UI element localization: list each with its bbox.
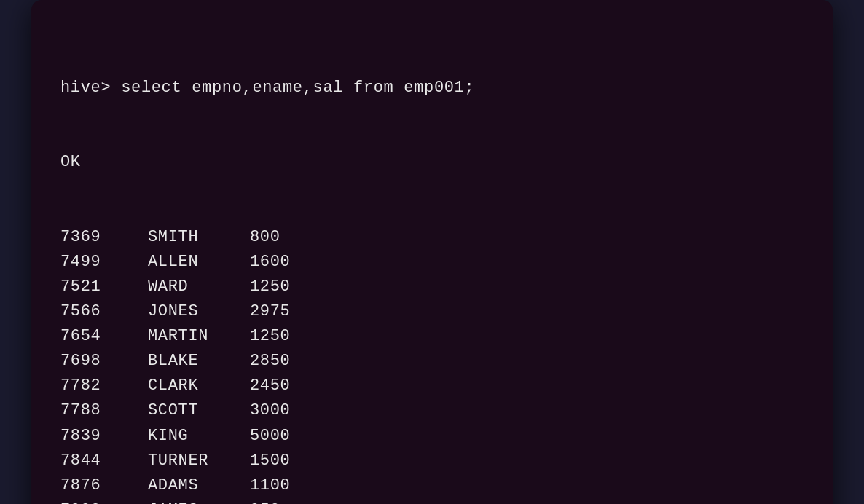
ename-cell: BLAKE xyxy=(148,349,250,374)
ename-cell: MARTIN xyxy=(148,324,250,349)
ename-cell: JAMES xyxy=(148,498,250,504)
ename-cell: TURNER xyxy=(148,449,250,473)
table-row: 7566JONES2975 xyxy=(60,299,804,324)
empno-cell: 7698 xyxy=(60,349,148,374)
ename-cell: SCOTT xyxy=(148,398,250,423)
ename-cell: KING xyxy=(148,424,250,449)
terminal-window: hive> select empno,ename,sal from emp001… xyxy=(31,0,833,504)
table-row: 7782CLARK2450 xyxy=(60,374,804,398)
sal-cell: 1250 xyxy=(250,275,290,299)
sal-cell: 2975 xyxy=(250,299,290,324)
table-row: 7788SCOTT3000 xyxy=(60,398,804,423)
empno-cell: 7844 xyxy=(60,449,148,473)
ename-cell: WARD xyxy=(148,275,250,299)
ok-line: OK xyxy=(60,150,804,175)
empno-cell: 7876 xyxy=(60,473,148,498)
table-row: 7499ALLEN1600 xyxy=(60,250,804,275)
empno-cell: 7900 xyxy=(60,498,148,504)
sal-cell: 5000 xyxy=(250,424,290,449)
sal-cell: 1100 xyxy=(250,473,290,498)
sal-cell: 1600 xyxy=(250,250,290,275)
empno-cell: 7499 xyxy=(60,250,148,275)
ename-cell: ADAMS xyxy=(148,473,250,498)
empno-cell: 7521 xyxy=(60,275,148,299)
command-line: hive> select empno,ename,sal from emp001… xyxy=(60,76,804,101)
table-row: 7839KING5000 xyxy=(60,424,804,449)
sal-cell: 3000 xyxy=(250,398,290,423)
table-row: 7844TURNER1500 xyxy=(60,449,804,473)
ename-cell: ALLEN xyxy=(148,250,250,275)
ename-cell: JONES xyxy=(148,299,250,324)
table-row: 7654MARTIN1250 xyxy=(60,324,804,349)
table-row: 7900JAMES950 xyxy=(60,498,804,504)
sal-cell: 950 xyxy=(250,498,280,504)
sal-cell: 1500 xyxy=(250,449,290,473)
empno-cell: 7839 xyxy=(60,424,148,449)
sal-cell: 2850 xyxy=(250,349,290,374)
empno-cell: 7782 xyxy=(60,374,148,398)
empno-cell: 7566 xyxy=(60,299,148,324)
table-row: 7876ADAMS1100 xyxy=(60,473,804,498)
empno-cell: 7369 xyxy=(60,225,148,250)
ename-cell: CLARK xyxy=(148,374,250,398)
table-row: 7521WARD1250 xyxy=(60,275,804,299)
empno-cell: 7654 xyxy=(60,324,148,349)
empno-cell: 7788 xyxy=(60,398,148,423)
sal-cell: 1250 xyxy=(250,324,290,349)
table-row: 7369SMITH800 xyxy=(60,225,804,250)
data-rows-container: 7369SMITH8007499ALLEN16007521WARD1250756… xyxy=(60,225,804,504)
table-row: 7698BLAKE2850 xyxy=(60,349,804,374)
terminal-content: hive> select empno,ename,sal from emp001… xyxy=(60,26,804,504)
ename-cell: SMITH xyxy=(148,225,250,250)
sal-cell: 2450 xyxy=(250,374,290,398)
sal-cell: 800 xyxy=(250,225,280,250)
